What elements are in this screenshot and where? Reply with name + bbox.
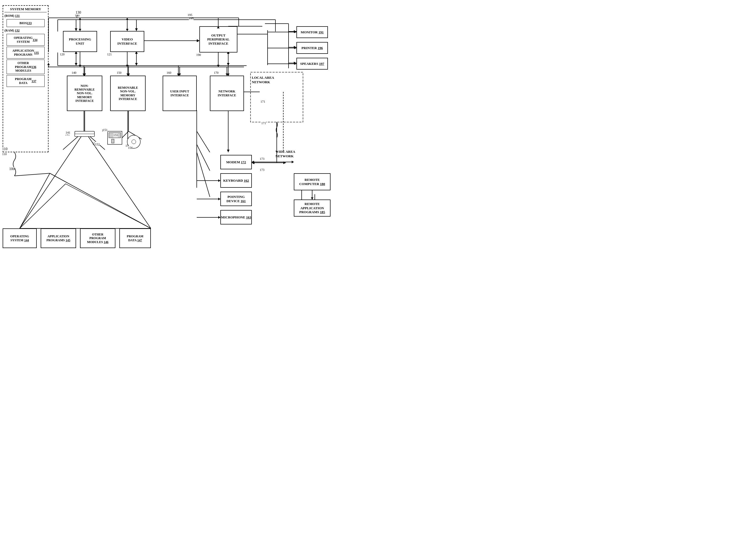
non-removable-label: NON-REMOVABLENON-VOL.MEMORYINTERFACE — [74, 84, 95, 103]
bios-box: BIOS 133 — [7, 19, 45, 27]
app-programs-145-box: APPLICATIONPROGRAMS 145 — [41, 228, 76, 248]
storage-ref-155: 155 — [113, 133, 118, 137]
storage-ref-152: 152 — [95, 142, 100, 146]
svg-marker-109 — [311, 197, 313, 199]
processing-unit-label: PROCESSINGUNIT — [69, 37, 91, 45]
svg-marker-4 — [75, 28, 77, 31]
ref-171: 171 — [260, 100, 265, 104]
svg-marker-66 — [79, 18, 81, 20]
ref-110-outer: 110 — [2, 147, 7, 151]
svg-marker-8 — [197, 39, 199, 42]
svg-marker-68 — [126, 29, 129, 31]
speakers-box: SPEAKERS 197 — [296, 58, 328, 70]
other-program-modules-box: OTHERPROGRAMMODULES 136 — [7, 60, 45, 74]
svg-line-129 — [14, 173, 50, 176]
svg-line-127 — [20, 173, 50, 228]
svg-line-128 — [50, 173, 151, 228]
svg-marker-38 — [227, 63, 230, 66]
svg-marker-59 — [252, 161, 254, 164]
svg-marker-65 — [79, 29, 81, 31]
ref-110-label: 110 — [2, 152, 7, 156]
svg-line-43 — [84, 131, 105, 150]
svg-rect-131 — [75, 134, 94, 136]
printer-box: PRINTER 196 — [296, 42, 328, 54]
svg-line-119 — [85, 131, 151, 228]
local-area-network-label: LOCAL AREANETWORK — [252, 76, 274, 84]
svg-marker-32 — [75, 63, 77, 66]
svg-rect-130 — [75, 131, 94, 136]
svg-marker-104 — [252, 161, 254, 164]
svg-marker-114 — [218, 198, 220, 200]
ref-130-outer: 130 — [76, 10, 81, 15]
network-interface-box: NETWORKINTERFACE — [210, 76, 244, 111]
user-input-interface-box: USER INPUTINTERFACE — [163, 76, 197, 111]
svg-marker-56 — [283, 161, 286, 164]
svg-marker-93 — [83, 73, 86, 76]
svg-marker-14 — [294, 30, 296, 33]
removable-non-vol-box: REMOVABLENON-VOL.MEMORYINTERFACE — [110, 76, 146, 111]
svg-marker-89 — [217, 65, 220, 67]
video-interface-label: VIDEOINTERFACE — [117, 37, 137, 45]
ref-100-outer: 100 — [9, 167, 15, 171]
storage-ref-141: 141 — [66, 131, 70, 135]
monitor-box: MONITOR 191 — [296, 26, 328, 38]
svg-line-123 — [20, 184, 66, 228]
svg-marker-49 — [227, 150, 230, 152]
svg-line-125 — [20, 184, 66, 228]
svg-marker-107 — [292, 161, 294, 163]
ref-190: 190 — [196, 53, 201, 57]
svg-line-52 — [197, 144, 210, 171]
ref-171-label: 171 — [261, 121, 266, 125]
remote-application-programs-box: REMOTEAPPLICATIONPROGRAMS 185 — [294, 199, 331, 216]
svg-marker-95 — [126, 73, 129, 76]
storage-ref-156: 156 — [128, 146, 133, 150]
svg-marker-82 — [294, 63, 296, 65]
ref-173-label: 173 — [260, 157, 264, 161]
svg-line-44 — [121, 131, 129, 139]
other-modules-146-box: OTHERPROGRAMMODULES 146 — [80, 228, 115, 248]
rom-label: (ROM) 131 — [4, 13, 47, 18]
ref-160: 160 — [167, 71, 171, 75]
svg-marker-106 — [252, 161, 254, 163]
svg-marker-80 — [294, 47, 296, 49]
ref-195-label: 195 — [188, 13, 192, 17]
svg-line-53 — [197, 152, 210, 197]
svg-line-51 — [197, 131, 210, 152]
svg-line-45 — [129, 131, 142, 139]
app-programs-box: APPLICATIONPROGRAMS 135 — [7, 47, 45, 59]
user-input-label: USER INPUTINTERFACE — [170, 89, 189, 97]
microphone-box: MICROPHONE 163 — [220, 210, 252, 224]
system-memory-box: SYSTEM MEMORY (ROM) 131 BIOS 133 (RAM) 1… — [3, 5, 49, 152]
program-data-147-box: PROGRAMDATA 147 — [119, 228, 151, 248]
svg-marker-69 — [126, 18, 129, 20]
ref-173-label: 173 — [260, 168, 264, 172]
output-peripheral-label: OUTPUTPERIPHERALINTERFACE — [207, 33, 230, 46]
svg-marker-112 — [218, 179, 220, 182]
ref-195: 195 — [189, 17, 194, 20]
diagram: SYSTEM MEMORY (ROM) 131 BIOS 133 (RAM) 1… — [0, 0, 378, 272]
non-removable-box: NON-REMOVABLENON-VOL.MEMORYINTERFACE — [67, 76, 102, 111]
ram-label: (RAM) 132 — [4, 28, 47, 33]
video-interface-box: VIDEOINTERFACE — [110, 31, 144, 52]
network-interface-label: NETWORKINTERFACE — [218, 89, 236, 97]
svg-line-124 — [66, 184, 151, 228]
system-memory-label: SYSTEM MEMORY — [4, 7, 47, 12]
ref-120: 120 — [60, 52, 65, 56]
removable-label: REMOVABLENON-VOL.MEMORYINTERFACE — [118, 86, 138, 101]
svg-marker-16 — [294, 46, 296, 49]
ref-170: 170 — [214, 71, 219, 75]
pointing-device-box: POINTINGDEVICE 161 — [220, 192, 252, 206]
wide-area-network-label: WIDE AREANETWORK — [275, 150, 295, 158]
svg-marker-97 — [178, 73, 181, 76]
ref-140: 140 — [72, 71, 76, 75]
output-peripheral-interface-box: OUTPUTPERIPHERALINTERFACE — [199, 26, 237, 52]
svg-point-136 — [132, 140, 136, 144]
os-144-box: OPERATINGSYSTEM 144 — [3, 228, 37, 248]
ref-150: 150 — [117, 71, 121, 75]
remote-computer-box: REMOTECOMPUTER 180 — [294, 173, 331, 190]
os-box: OPERATINGSYSTEM 134 — [7, 34, 45, 46]
program-data-box: PROGRAMDATA 137 — [7, 75, 45, 87]
svg-marker-71 — [197, 39, 199, 42]
modem-box: MODEM 172 — [220, 155, 252, 169]
svg-marker-87 — [126, 65, 129, 67]
